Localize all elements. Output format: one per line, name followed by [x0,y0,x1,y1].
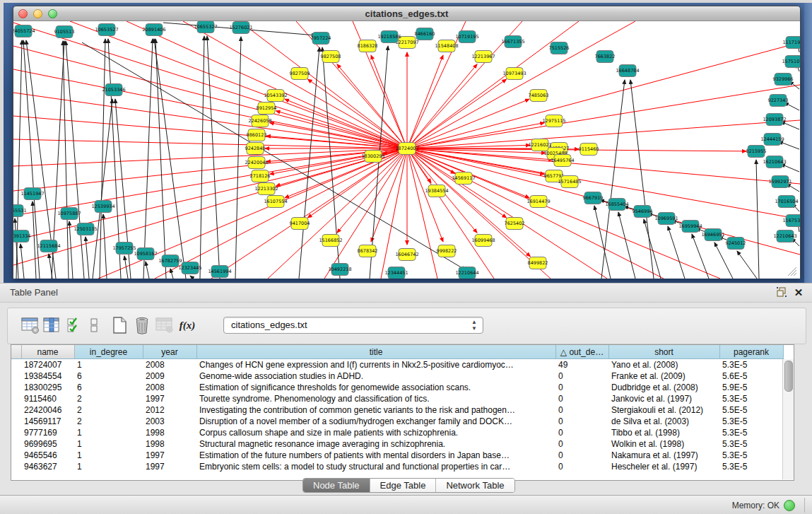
table-settings-icon[interactable] [20,315,40,335]
graph-node[interactable]: 9242848 [245,143,266,155]
graph-node[interactable]: 14569117 [452,173,475,185]
graph-node[interactable]: 12213967 [471,51,495,63]
graph-node[interactable]: 10975887 [57,208,81,220]
graph-node[interactable]: 24055724 [13,25,35,37]
graph-node[interactable]: 9245012 [726,238,746,250]
function-builder-icon[interactable]: f(x) [177,315,197,335]
tab-node-table[interactable]: Node Table [303,479,370,492]
table-row[interactable]: 946362711997Embryonic stem cells: a mode… [11,461,783,472]
column-header-year[interactable]: year [143,345,196,359]
graph-node[interactable]: 9827509 [290,68,310,80]
graph-node[interactable]: 7515526 [549,42,570,54]
graph-node[interactable]: 16210643 [763,156,786,168]
new-document-icon[interactable] [110,315,129,335]
canvas-resize-grip[interactable] [791,270,796,276]
graph-node[interactable]: 14561994 [208,266,231,278]
graph-node[interactable]: 7957224 [311,33,331,45]
graph-node[interactable]: 8215955 [746,146,767,158]
graph-node[interactable]: 16495764 [551,155,574,167]
network-canvas[interactable]: 9463627129751157485063109734931221396711… [13,21,800,279]
graph-node[interactable]: 8678342 [358,245,378,257]
scrollbar-thumb[interactable] [784,361,793,392]
graph-node[interactable]: 12444159 [760,134,784,146]
graph-node[interactable]: 12065531 [13,205,27,217]
graph-node[interactable]: 12323445 [178,262,201,274]
graph-node[interactable]: 19218586 [377,31,401,43]
graph-node[interactable]: 16914479 [526,196,550,208]
memory-status-indicator[interactable] [784,500,795,511]
network-window-titlebar[interactable]: citations_edges.txt [13,6,800,21]
graph-node[interactable]: 9667919 [583,192,604,204]
graph-node[interactable]: 16648784 [616,65,639,77]
graph-node[interactable]: 16959944 [678,221,702,233]
table-row[interactable]: 1830029562008Estimation of significance … [11,382,783,393]
graph-node[interactable]: 9115460 [579,144,599,156]
column-header-in_degree[interactable]: in_degree [74,345,143,359]
citation-network-graph[interactable]: 9463627129751157485063109734931221396711… [13,21,800,279]
graph-node[interactable]: 11548408 [435,40,458,52]
graph-node[interactable]: 10653527 [95,24,118,36]
graph-node[interactable]: 10492218 [328,264,351,276]
graph-node[interactable]: 16671355 [501,36,524,48]
row-selector-icon[interactable] [84,315,104,335]
graph-node[interactable]: 9329966 [773,74,794,86]
graph-node[interactable]: 9417004 [290,218,310,230]
graph-node[interactable]: 8912954 [257,103,277,115]
graph-node[interactable]: 9227343 [768,95,789,107]
delete-rows-trash-icon[interactable] [132,315,152,335]
column-header-short[interactable]: short [608,345,719,359]
graph-node[interactable]: 16046742 [395,249,418,261]
table-source-dropdown[interactable]: citations_edges.txt ▲▼ [223,317,483,334]
graph-node[interactable]: 12093872 [763,114,786,126]
select-columns-icon[interactable] [64,315,84,335]
graph-node[interactable]: 16855404 [605,199,628,211]
table-row[interactable]: 2242004622012Investigating the contribut… [11,404,783,416]
graph-node[interactable]: 7663822 [595,51,616,63]
graph-node[interactable]: 9860123 [247,129,267,141]
table-row[interactable]: 1938455462009Genome-wide association stu… [11,370,783,382]
graph-node[interactable]: 15992971 [768,176,792,188]
table-row[interactable]: 911546021997Tourette syndrome. Phenomeno… [11,393,783,404]
graph-node[interactable]: 15166852 [319,235,342,247]
column-header-pagerank[interactable]: pagerank [719,345,783,359]
table-vertical-scrollbar[interactable] [782,359,794,479]
graph-node[interactable]: 8499822 [528,257,548,269]
graph-node[interactable]: 12344451 [384,267,408,279]
graph-node[interactable]: 12213302 [254,183,278,195]
graph-node[interactable]: 10543392 [264,90,287,102]
graph-node[interactable]: 12210644 [455,267,478,279]
graph-node[interactable]: 15716485 [558,176,581,188]
graph-node[interactable]: 9105513 [54,26,75,38]
graph-node[interactable]: 9827508 [321,51,341,63]
graph-node[interactable]: 12216021 [528,139,551,151]
graph-node[interactable]: 12503135 [73,223,97,235]
graph-node[interactable]: 10655327 [194,21,217,33]
graph-node[interactable]: 8186328 [358,40,378,52]
graph-node[interactable]: 16946951 [701,229,724,241]
column-header-title[interactable]: title [196,345,555,359]
table-row[interactable]: 969969511998Structural magnetic resonanc… [11,438,783,450]
graph-node[interactable]: 12210643 [773,230,796,243]
graph-node[interactable]: 16099468 [471,235,495,247]
graph-node[interactable]: 12115684 [37,240,60,252]
graph-node[interactable]: 7625402 [505,218,525,230]
tab-edge-table[interactable]: Edge Table [370,479,437,492]
graph-node[interactable]: 10719195 [455,31,478,43]
graph-node[interactable]: 19384554 [425,185,448,197]
graph-node[interactable]: 8466160 [415,28,435,40]
graph-node[interactable]: 10958167 [134,248,157,260]
table-row[interactable]: 946554611997Estimation of the future num… [11,450,783,461]
graph-node[interactable]: 2718126 [250,170,271,182]
table-row[interactable]: 977716911998Corpus callosum shape and si… [11,427,783,438]
close-panel-icon[interactable]: ✕ [792,286,805,299]
graph-node[interactable]: 22426058 [248,115,271,127]
table-row[interactable]: 1456911722003Disruption of a novel membe… [11,416,783,427]
graph-node[interactable]: 9998222 [437,245,457,257]
graph-node[interactable]: 15751074 [782,56,800,68]
graph-node[interactable]: 10969591 [654,213,678,225]
graph-hub-node[interactable]: 18724007 [395,143,418,155]
graph-node[interactable]: 17957255 [112,243,136,255]
table-row[interactable]: 1872400712008Changes of HCN gene express… [11,359,783,371]
graph-node[interactable]: 16107554 [264,196,287,208]
column-header-out_de[interactable]: △ out_de… [555,345,608,359]
